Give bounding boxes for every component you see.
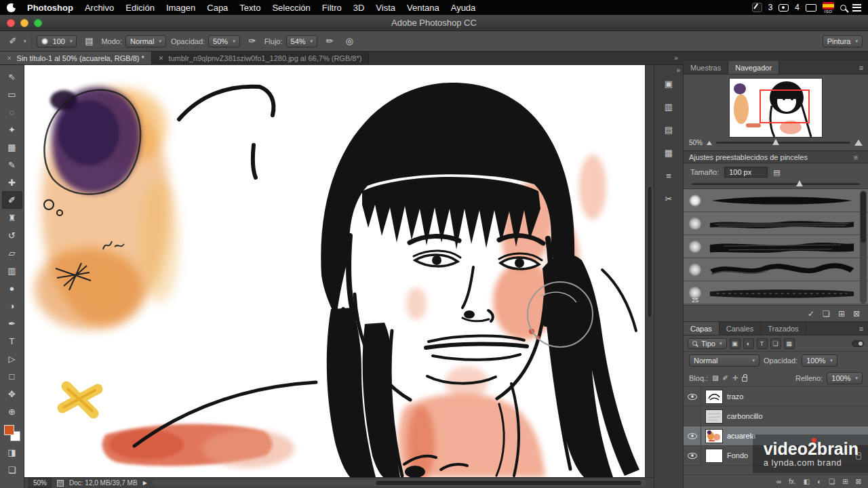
airbrush-button[interactable]: ✏ [322,35,337,48]
tool-gradient[interactable]: ▥ [2,262,22,279]
tab-trazados[interactable]: Trazados [761,322,806,335]
tool-dodge[interactable]: ◑ [2,297,22,314]
status-expand-icon[interactable]: ▶ [143,480,147,486]
color-swatches[interactable] [3,424,21,442]
tool-presets-panel-icon[interactable]: ✂ [660,190,677,207]
layer-name[interactable]: acuarela [727,432,755,440]
current-tool-icon[interactable]: ✐ [5,35,20,48]
actions-panel-icon[interactable]: ▦ [660,144,677,161]
layer-fill-select[interactable]: 100% ▾ [827,372,863,384]
new-brush-button[interactable]: ⊞ [838,309,845,319]
navigator-thumbnail[interactable] [730,79,822,137]
menu-item-filtro[interactable]: Filtro [322,3,342,13]
preset-manager-icon[interactable]: ❏ [823,309,830,319]
flow-select[interactable]: 54% ▾ [286,35,318,47]
visibility-toggle[interactable] [684,407,701,426]
tab-overflow-button[interactable]: » [669,52,684,64]
apple-icon[interactable] [7,3,16,12]
history-panel-icon[interactable]: ≡ [660,167,677,184]
layer-blend-mode-select[interactable]: Normal ▾ [689,354,760,367]
doc-tab-tumblr[interactable]: ✕ tumblr_n9qlpnvZ381sziw0fo1_1280.jpg al… [152,52,370,64]
pressure-opacity-button[interactable]: ✑ [245,35,260,48]
tool-crop[interactable]: ▦ [2,138,22,156]
foreground-color-swatch[interactable] [4,425,14,435]
brush-size-field[interactable]: 100 px [724,167,768,178]
tool-shape[interactable]: □ [2,367,22,385]
menu-item-vista[interactable]: Vista [376,3,395,13]
tab-canales[interactable]: Canales [719,322,761,335]
navigator-view-box[interactable] [760,89,810,123]
menu-item-ventana[interactable]: Ventana [407,3,439,13]
capture-status-icon[interactable] [752,3,762,12]
tool-clone-stamp[interactable]: ♜ [2,209,22,226]
brush-preset-row[interactable] [684,235,868,258]
info-panel-icon[interactable]: ▤ [660,121,677,138]
minimize-window-button[interactable] [20,19,28,27]
tool-quick-selection[interactable]: ✦ [2,121,22,138]
layer-opacity-select[interactable]: 100% ▾ [802,354,837,367]
navigator-zoom-value[interactable]: 50% [689,139,703,146]
menu-item-edicion[interactable]: Edición [125,3,155,13]
histogram-panel-icon[interactable]: ▥ [660,98,677,115]
brush-size-slider[interactable] [692,179,860,187]
filter-adjustment-icon[interactable]: ◐ [743,338,754,349]
brush-list-scrollbar[interactable] [860,190,867,304]
menu-item-3d[interactable]: 3D [353,3,365,13]
notification-center-icon[interactable] [852,4,861,12]
delete-layer-button[interactable]: ⊠ [856,478,861,485]
horizontal-scrollbar-thumb[interactable] [375,480,642,486]
canvas-area[interactable] [24,65,654,477]
filter-toggle[interactable] [852,340,864,347]
layer-thumbnail[interactable] [706,430,722,443]
lock-all-icon[interactable] [742,377,747,382]
opacity-select[interactable]: 50% ▾ [208,35,240,47]
tool-eraser[interactable]: ▱ [2,244,22,262]
layer-row-carboncillo[interactable]: carboncillo [684,407,868,426]
brush-preset-row[interactable] [684,212,868,235]
layer-row-trazo[interactable]: trazo [684,387,868,407]
menu-item-imagen[interactable]: Imagen [166,3,195,13]
navigator-zoom-thumb[interactable] [772,139,779,145]
tool-marquee[interactable]: ▭ [2,85,22,103]
zoom-out-icon[interactable] [707,141,712,145]
visibility-toggle[interactable] [684,387,701,406]
layer-name[interactable]: carboncillo [727,412,763,420]
menu-item-ayuda[interactable]: Ayuda [451,3,476,13]
tool-hand[interactable]: ✥ [2,385,22,403]
tool-eyedropper[interactable]: ✎ [2,156,22,174]
zoom-level-field[interactable]: 50% [28,478,52,488]
clone-source-panel-icon[interactable]: ▣ [660,75,677,92]
new-group-button[interactable]: ❏ [829,478,835,485]
link-layers-button[interactable]: ∞ [776,478,781,485]
layer-name[interactable]: trazo [727,392,743,401]
keyboard-layout-flag[interactable]: ISO [823,2,834,14]
vertical-scrollbar[interactable] [645,65,654,477]
smoothing-button[interactable]: ◎ [342,35,357,48]
layer-name[interactable]: Fondo [727,451,748,460]
tab-capas[interactable]: Capas [684,322,719,335]
expand-panels-button[interactable]: » [654,66,683,75]
tool-healing-brush[interactable]: ✚ [2,174,22,191]
tool-type[interactable]: T [2,332,22,350]
filter-shape-icon[interactable]: ❏ [770,338,781,349]
screen-mode-button[interactable]: ❏ [2,461,22,479]
tool-path-selection[interactable]: ▷ [2,350,22,367]
layer-mask-button[interactable]: ◧ [804,478,810,485]
brush-preset-row[interactable]: 25 [684,281,868,304]
panel-menu-icon[interactable]: ≡ [854,61,868,74]
navigator-zoom-slider[interactable] [716,142,850,144]
visibility-toggle[interactable] [684,446,701,465]
panel-menu-icon[interactable]: ≡ [854,322,868,335]
tool-pen[interactable]: ✒ [2,314,22,332]
blend-mode-select[interactable]: Normal ▾ [125,35,166,47]
tab-navegador[interactable]: Navegador [728,61,779,74]
adjustment-layer-button[interactable]: ◐ [817,478,821,485]
brush-size-slider-thumb[interactable] [796,180,803,186]
tool-zoom[interactable]: ⊕ [2,403,22,420]
layer-thumbnail[interactable] [706,449,722,462]
tool-brush[interactable]: ✐ [2,191,22,209]
tool-move[interactable]: ⇖ [2,68,22,85]
toggle-brush-panel-button[interactable]: ▤ [81,35,96,48]
filter-type-icon[interactable]: T [757,338,768,349]
new-layer-button[interactable]: ⊞ [842,478,848,485]
